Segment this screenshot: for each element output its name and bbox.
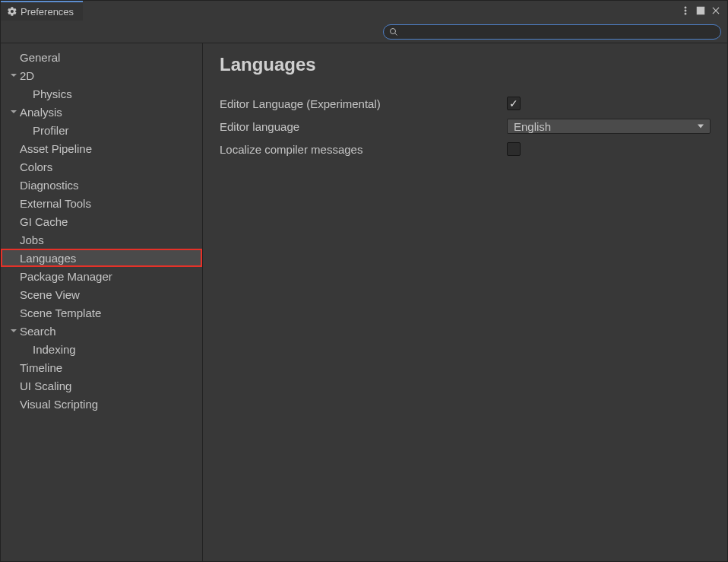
sidebar-item-indexing[interactable]: Indexing xyxy=(1,340,202,358)
checkbox-editor-language-experimental[interactable] xyxy=(507,97,521,110)
dropdown-editor-language[interactable]: English xyxy=(507,119,711,134)
sidebar-item-ui-scaling[interactable]: UI Scaling xyxy=(1,376,202,395)
svg-point-2 xyxy=(685,13,686,14)
field-label: Editor language xyxy=(220,120,507,133)
sidebar-item-label: Package Manager xyxy=(20,270,112,283)
field-editor-language: Editor language English xyxy=(220,115,711,138)
sidebar-item-label: Colors xyxy=(20,160,52,173)
dropdown-value: English xyxy=(514,120,551,133)
search-icon xyxy=(389,27,398,37)
svg-rect-3 xyxy=(697,7,704,14)
sidebar-item-general[interactable]: General xyxy=(1,48,202,66)
sidebar-item-label: Asset Pipeline xyxy=(20,142,92,155)
sidebar-item-label: Physics xyxy=(33,87,72,100)
sidebar-item-asset-pipeline[interactable]: Asset Pipeline xyxy=(1,139,202,157)
sidebar-item-languages[interactable]: Languages xyxy=(1,249,202,267)
sidebar-item-label: Analysis xyxy=(20,106,62,119)
sidebar-item-label: Timeline xyxy=(20,361,62,374)
sidebar-item-label: GI Cache xyxy=(20,215,68,228)
sidebar-item-physics[interactable]: Physics xyxy=(1,84,202,103)
svg-point-6 xyxy=(391,28,396,33)
sidebar-item-jobs[interactable]: Jobs xyxy=(1,230,202,249)
sidebar-item-label: 2D xyxy=(20,69,34,82)
titlebar: Preferences xyxy=(1,1,727,21)
sidebar-item-label: Visual Scripting xyxy=(20,398,98,411)
gear-icon xyxy=(7,6,17,17)
sidebar: General2DPhysicsAnalysisProfilerAsset Pi… xyxy=(1,43,203,561)
field-editor-language-experimental: Editor Language (Experimental) xyxy=(220,92,711,115)
sidebar-item-gi-cache[interactable]: GI Cache xyxy=(1,212,202,230)
sidebar-item-timeline[interactable]: Timeline xyxy=(1,358,202,376)
sidebar-item-2d[interactable]: 2D xyxy=(1,66,202,84)
sidebar-item-analysis[interactable]: Analysis xyxy=(1,103,202,121)
toolbar xyxy=(1,21,727,43)
svg-line-7 xyxy=(395,33,397,35)
sidebar-item-diagnostics[interactable]: Diagnostics xyxy=(1,176,202,194)
sidebar-item-search[interactable]: Search xyxy=(1,322,202,340)
tab-preferences[interactable]: Preferences xyxy=(1,1,83,21)
sidebar-item-visual-scripting[interactable]: Visual Scripting xyxy=(1,395,202,413)
tab-label: Preferences xyxy=(21,6,74,17)
sidebar-item-label: Jobs xyxy=(20,233,44,246)
field-label: Editor Language (Experimental) xyxy=(220,97,507,110)
close-icon[interactable] xyxy=(711,5,721,16)
sidebar-item-scene-template[interactable]: Scene Template xyxy=(1,303,202,322)
field-localize-compiler-messages: Localize compiler messages xyxy=(220,138,711,160)
sidebar-item-scene-view[interactable]: Scene View xyxy=(1,285,202,303)
sidebar-item-label: External Tools xyxy=(20,197,91,210)
sidebar-item-label: Scene View xyxy=(20,288,80,301)
sidebar-item-label: Indexing xyxy=(33,343,76,356)
kebab-menu-icon[interactable] xyxy=(680,5,691,16)
sidebar-item-label: Diagnostics xyxy=(20,179,79,192)
svg-point-0 xyxy=(685,7,686,8)
sidebar-item-label: UI Scaling xyxy=(20,379,71,392)
field-label: Localize compiler messages xyxy=(220,143,507,156)
sidebar-item-colors[interactable]: Colors xyxy=(1,157,202,176)
svg-point-1 xyxy=(685,10,686,11)
chevron-down-icon xyxy=(10,327,17,335)
checkbox-localize-compiler-messages[interactable] xyxy=(507,142,521,156)
sidebar-item-label: General xyxy=(20,51,60,64)
maximize-icon[interactable] xyxy=(695,5,706,16)
sidebar-item-profiler[interactable]: Profiler xyxy=(1,121,202,139)
sidebar-item-label: Search xyxy=(20,325,56,338)
chevron-down-icon xyxy=(10,108,17,116)
sidebar-item-package-manager[interactable]: Package Manager xyxy=(1,267,202,285)
main-panel: Languages Editor Language (Experimental)… xyxy=(203,43,727,561)
search-input[interactable] xyxy=(383,24,721,40)
sidebar-item-label: Scene Template xyxy=(20,306,101,319)
page-title: Languages xyxy=(220,54,711,75)
chevron-down-icon xyxy=(10,71,17,79)
sidebar-item-label: Profiler xyxy=(33,124,69,137)
sidebar-item-label: Languages xyxy=(20,252,76,265)
sidebar-item-external-tools[interactable]: External Tools xyxy=(1,194,202,212)
